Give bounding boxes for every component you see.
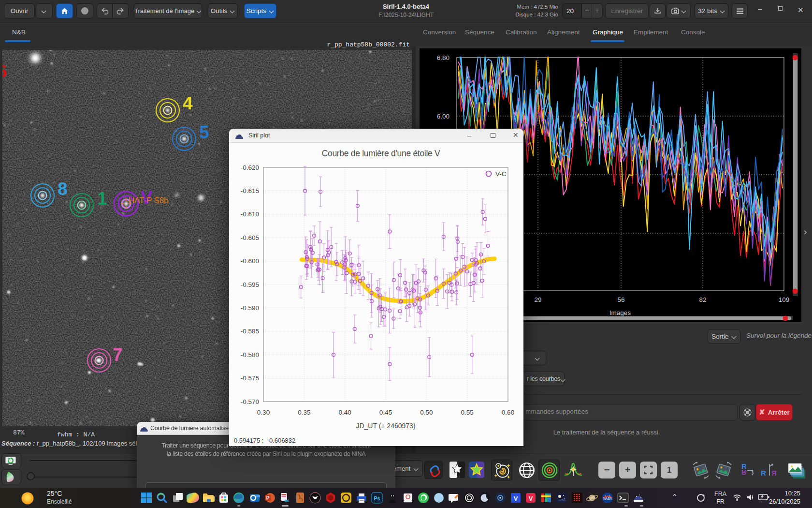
svg-text:1: 1 bbox=[97, 189, 107, 209]
svg-text:0.50: 0.50 bbox=[420, 409, 433, 416]
svg-text:R: R bbox=[771, 469, 777, 477]
svg-text:0.35: 0.35 bbox=[298, 409, 310, 416]
svg-text:-0.605: -0.605 bbox=[241, 234, 259, 241]
svg-text:V: V bbox=[514, 495, 518, 502]
svg-text:0.60: 0.60 bbox=[502, 409, 514, 416]
svg-text:7: 7 bbox=[113, 345, 123, 365]
svg-text:0.40: 0.40 bbox=[339, 409, 351, 416]
svg-text:NASA: NASA bbox=[603, 497, 612, 500]
svg-text:P: P bbox=[266, 495, 270, 501]
svg-text:-0.620: -0.620 bbox=[241, 164, 259, 171]
svg-text:V-C: V-C bbox=[495, 170, 507, 178]
svg-text:6.00: 6.00 bbox=[437, 113, 450, 120]
svg-text:-0.595: -0.595 bbox=[241, 281, 259, 288]
svg-text:-0.585: -0.585 bbox=[241, 328, 259, 335]
svg-text:-0.615: -0.615 bbox=[241, 187, 259, 194]
svg-text:109: 109 bbox=[779, 296, 790, 303]
svg-text:HAT-P-58b: HAT-P-58b bbox=[129, 196, 169, 205]
svg-text:5: 5 bbox=[199, 122, 209, 142]
svg-text:-0.600: -0.600 bbox=[241, 257, 259, 265]
svg-text:Ps: Ps bbox=[374, 495, 380, 501]
svg-text:0.30: 0.30 bbox=[257, 409, 270, 416]
svg-text:R: R bbox=[761, 469, 766, 477]
svg-text:-0.575: -0.575 bbox=[241, 374, 259, 382]
svg-text:8: 8 bbox=[58, 179, 68, 199]
svg-text:-0.580: -0.580 bbox=[241, 351, 259, 359]
svg-text:V: V bbox=[529, 495, 533, 502]
svg-text:0.45: 0.45 bbox=[379, 409, 392, 416]
svg-text:Courbe de lumière d'une étoile: Courbe de lumière d'une étoile V bbox=[322, 149, 440, 158]
svg-text:6.80: 6.80 bbox=[437, 54, 450, 61]
svg-text:Images: Images bbox=[609, 309, 631, 316]
svg-text:56: 56 bbox=[617, 296, 624, 303]
svg-text:R: R bbox=[741, 468, 747, 477]
svg-text:-0.590: -0.590 bbox=[241, 304, 259, 312]
svg-text:JD_UT (+ 2460973): JD_UT (+ 2460973) bbox=[356, 422, 415, 430]
svg-text:0.55: 0.55 bbox=[461, 409, 474, 416]
svg-text:4: 4 bbox=[183, 93, 193, 113]
svg-text:6: 6 bbox=[2, 61, 7, 81]
svg-text:-0.570: -0.570 bbox=[241, 398, 259, 405]
svg-text:29: 29 bbox=[534, 296, 541, 303]
svg-text:-0.610: -0.610 bbox=[241, 210, 259, 218]
svg-text:82: 82 bbox=[699, 296, 706, 303]
